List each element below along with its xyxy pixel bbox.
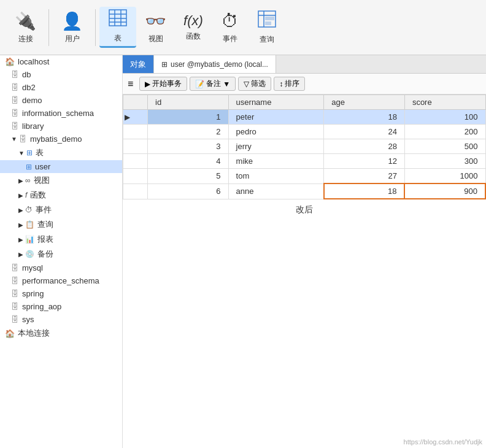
cell-id[interactable]: 5 [148, 169, 229, 184]
user-icon: 👤 [61, 11, 83, 31]
tab-objects-label: 对象 [130, 59, 146, 70]
sidebar-item-reports[interactable]: ▶ 📊 报表 [0, 232, 122, 247]
cell-username[interactable]: tom [228, 169, 324, 184]
start-transaction-button[interactable]: ▶ 开始事务 [139, 77, 187, 91]
sidebar-item-local-connect[interactable]: 🏠 本地连接 [0, 326, 122, 341]
cell-age[interactable]: 24 [324, 125, 405, 139]
row-arrow-cell [123, 183, 148, 199]
connect-icon: 🔌 [15, 11, 36, 31]
sidebar-label-localhost: localhost [18, 57, 49, 66]
sidebar-item-spring[interactable]: 🗄 spring [0, 287, 122, 300]
start-tx-icon: ▶ [145, 80, 150, 88]
cell-id[interactable]: 6 [148, 183, 229, 199]
toolbar-event[interactable]: ⏱ 事件 [212, 9, 249, 47]
event-icon: ⏱ [222, 11, 239, 31]
db-icon-5: 🗄 [11, 122, 19, 131]
sidebar-label-funcs: 函数 [30, 190, 46, 201]
sidebar-item-demo[interactable]: 🗄 demo [0, 94, 122, 107]
cell-score[interactable]: 500 [404, 139, 485, 154]
sidebar-label-db2: db2 [22, 83, 36, 92]
filter-button[interactable]: ▽ 筛选 [238, 77, 271, 91]
table-row[interactable]: 4mike12300 [123, 154, 486, 169]
sidebar-item-views[interactable]: ▶ ∞ 视图 [0, 173, 122, 188]
table-toolbar-icon [109, 9, 127, 31]
sidebar-item-spring-aop[interactable]: 🗄 spring_aop [0, 300, 122, 313]
cell-age[interactable]: 27 [324, 169, 405, 184]
cell-score[interactable]: 300 [404, 154, 485, 169]
cell-age[interactable]: 18 [324, 183, 405, 199]
cell-age[interactable]: 12 [324, 154, 405, 169]
sidebar-item-queries[interactable]: ▶ 📋 查询 [0, 217, 122, 232]
filter-label: 筛选 [251, 79, 266, 89]
query-label: 查询 [260, 34, 274, 45]
toolbar-divider-2 [95, 9, 96, 46]
cell-score[interactable]: 900 [404, 183, 485, 199]
sidebar-item-user-table[interactable]: ⊞ user [0, 160, 122, 173]
sidebar: 🏠 localhost 🗄 db 🗄 db2 🗄 demo 🗄 informat… [0, 55, 123, 448]
svg-rect-9 [265, 17, 274, 20]
cell-age[interactable]: 18 [324, 110, 405, 125]
cell-username[interactable]: anne [228, 183, 324, 199]
sidebar-label-tables: 表 [36, 147, 44, 158]
toolbar-view[interactable]: 👓 视图 [136, 9, 175, 47]
sidebar-item-information-schema[interactable]: 🗄 information_schema [0, 107, 122, 120]
tab-user-table[interactable]: ⊞ user @mybatis_demo (local... [154, 55, 276, 73]
cell-age[interactable]: 28 [324, 139, 405, 154]
sidebar-item-mybatis-demo[interactable]: ▼ 🗄 mybatis_demo [0, 133, 122, 145]
table-row[interactable]: 6anne18900 [123, 183, 486, 199]
sidebar-item-backups[interactable]: ▶ 💿 备份 [0, 247, 122, 261]
sidebar-item-funcs[interactable]: ▶ f 函数 [0, 188, 122, 203]
sidebar-label-user-table: user [35, 162, 50, 171]
report-node-icon: 📊 [25, 235, 34, 244]
toolbar-table[interactable]: 表 [99, 7, 136, 48]
table-row[interactable]: 2pedro24200 [123, 125, 486, 139]
tab-objects[interactable]: 对象 [123, 55, 154, 73]
sidebar-label-information-schema: information_schema [22, 109, 94, 118]
cell-username[interactable]: jerry [228, 139, 324, 154]
event-label: 事件 [223, 34, 237, 44]
cell-id[interactable]: 2 [148, 125, 229, 139]
cell-id[interactable]: 4 [148, 154, 229, 169]
cell-score[interactable]: 100 [404, 110, 485, 125]
sidebar-item-db[interactable]: 🗄 db [0, 68, 122, 81]
table-row[interactable]: 5tom271000 [123, 169, 486, 184]
svg-rect-0 [109, 10, 126, 26]
toolbar-user[interactable]: 👤 用户 [53, 9, 91, 47]
cell-username[interactable]: peter [228, 110, 324, 125]
cell-username[interactable]: pedro [228, 125, 324, 139]
sort-label: 排序 [285, 79, 299, 89]
sidebar-item-db2[interactable]: 🗄 db2 [0, 81, 122, 94]
table-row[interactable]: 3jerry28500 [123, 139, 486, 154]
toolbar-query[interactable]: 查询 [249, 8, 285, 47]
sidebar-item-sys[interactable]: 🗄 sys [0, 313, 122, 326]
cell-score[interactable]: 200 [404, 125, 485, 139]
sidebar-item-performance-schema[interactable]: 🗄 performance_schema [0, 274, 122, 287]
sidebar-item-mysql[interactable]: 🗄 mysql [0, 261, 122, 274]
cell-id[interactable]: 1 [148, 110, 229, 125]
sidebar-label-events: 事件 [36, 204, 52, 215]
sort-button[interactable]: ↕ 排序 [274, 77, 305, 91]
table-row[interactable]: ▶1peter18100 [123, 110, 486, 125]
sidebar-label-views: 视图 [34, 175, 50, 186]
cell-id[interactable]: 3 [148, 139, 229, 154]
function-icon: f(x) [183, 13, 203, 29]
view-node-icon: ∞ [25, 176, 31, 185]
sidebar-item-events[interactable]: ▶ ⏱ 事件 [0, 203, 122, 217]
expand-arrow-events: ▶ [18, 207, 23, 214]
menu-hamburger-icon[interactable]: ≡ [128, 79, 133, 90]
table-node-icon: ⊞ [26, 149, 33, 157]
user-label: 用户 [65, 34, 80, 44]
sidebar-item-tables-node[interactable]: ▼ ⊞ 表 [0, 145, 122, 160]
cell-username[interactable]: mike [228, 154, 324, 169]
note-button[interactable]: 📝 备注 ▼ [190, 77, 236, 91]
sidebar-item-library[interactable]: 🗄 library [0, 120, 122, 133]
sidebar-item-localhost[interactable]: 🏠 localhost [0, 55, 122, 68]
toolbar-connect[interactable]: 🔌 连接 [6, 9, 45, 47]
query-icon [258, 10, 276, 32]
content-area: 对象 ⊞ user @mybatis_demo (local... ≡ ▶ 开始… [123, 55, 486, 448]
tab-bar: 对象 ⊞ user @mybatis_demo (local... [123, 55, 486, 74]
sidebar-label-queries: 查询 [37, 219, 53, 230]
view-icon: 👓 [145, 11, 166, 31]
toolbar-function[interactable]: f(x) 函数 [175, 10, 212, 44]
cell-score[interactable]: 1000 [404, 169, 485, 184]
